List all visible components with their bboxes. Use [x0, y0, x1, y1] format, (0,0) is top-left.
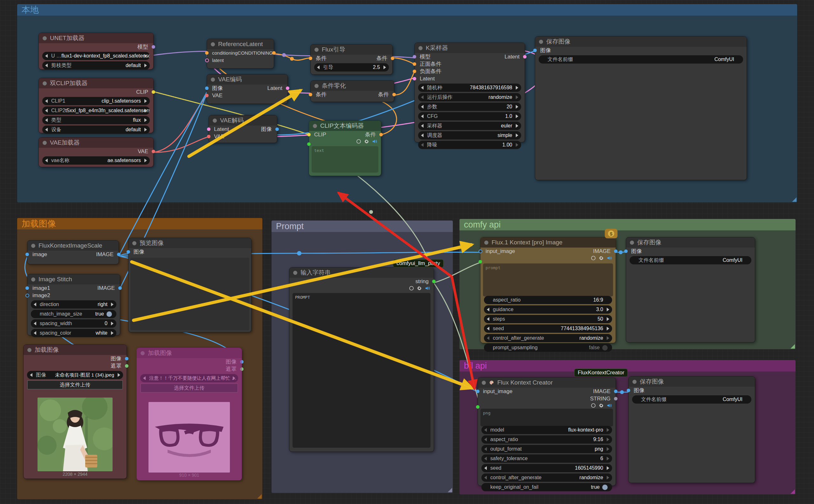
input-image-slot[interactable] [25, 253, 29, 256]
speaker-icon[interactable] [425, 286, 430, 291]
input-latent-slot[interactable] [413, 77, 416, 80]
input-clip-slot[interactable] [307, 133, 311, 136]
widget-output-format[interactable]: output_formatpng [482, 445, 612, 453]
output-image-slot[interactable] [614, 249, 618, 253]
widget-sampler[interactable]: 采样器euler [418, 122, 521, 130]
widget-device[interactable]: 设备default [42, 126, 150, 134]
group-local-header[interactable]: 本地 [17, 4, 797, 16]
node-save-image-comfy-header[interactable]: 保存图像 [626, 237, 755, 248]
widget-seed[interactable]: 随机种784381637916598 [418, 84, 521, 92]
input-model-slot[interactable] [413, 55, 416, 58]
widget-control-after-generate[interactable]: control_after_generaterandomize [482, 473, 612, 482]
node-save-image-local-header[interactable]: 保存图像 [535, 37, 747, 47]
widget-match-image-size[interactable]: match_image_sizetrue [31, 310, 116, 318]
node-save-image-bfl-header[interactable]: 保存图像 [629, 377, 755, 387]
widget-model[interactable]: modelflux-kontext-pro [482, 426, 612, 434]
node-flux1-kontext-pro-header[interactable]: Flux.1 Kontext [pro] Image [481, 237, 616, 248]
widget-filename-prefix[interactable]: 文件名前缀ComfyUI [630, 256, 751, 264]
speaker-icon[interactable] [372, 139, 377, 144]
node-flux-kontext-image-scale-header[interactable]: FluxKontextImageScale [27, 241, 119, 251]
node-input-string-header[interactable]: 输入字符串 [289, 268, 434, 278]
widget-filename-prefix[interactable]: 文件名前缀ComfyUI [632, 395, 751, 404]
input-negative-slot[interactable] [413, 70, 416, 73]
output-image-slot[interactable] [614, 390, 618, 393]
input-conditioning-slot[interactable] [205, 51, 209, 55]
input-cond-slot[interactable] [309, 93, 312, 96]
widget-scheduler[interactable]: 调度器simple [418, 131, 521, 140]
widget-control-icons[interactable] [478, 402, 616, 409]
widget-control-icons[interactable] [481, 255, 616, 261]
input-image-slot[interactable] [627, 389, 630, 392]
input-image1-slot[interactable] [25, 286, 29, 290]
circle-icon[interactable] [591, 255, 596, 261]
node-dualclip-loader-header[interactable]: 双CLIP加载器 [39, 78, 153, 88]
speaker-icon[interactable] [607, 255, 612, 261]
node-vae-loader-header[interactable]: VAE加载器 [39, 138, 153, 148]
widget-prompt-upsampling[interactable]: prompt_upsamplingfalse [484, 344, 612, 352]
widget-filename-prefix[interactable]: 文件名前缀ComfyUI [539, 55, 743, 64]
widget-control-after-generate[interactable]: control_after_generaterandomize [484, 334, 612, 342]
speaker-icon[interactable] [607, 403, 612, 408]
input-image-slot[interactable] [479, 249, 482, 253]
widget-control-icons[interactable] [309, 138, 381, 145]
widget-type[interactable]: 类型flux [42, 116, 150, 124]
input-latent-slot[interactable] [205, 58, 209, 62]
input-positive-slot[interactable] [413, 62, 416, 66]
widget-clip2[interactable]: CLIP2t5xxl_fp8_e4m3fn_scaled.safetensors [42, 106, 150, 115]
input-image-slot[interactable] [533, 49, 537, 52]
output-cond-slot[interactable] [392, 93, 396, 96]
widget-denoise[interactable]: 降噪1.00 [418, 141, 521, 149]
input-image-slot[interactable] [624, 249, 628, 253]
input-prompt-slot[interactable] [479, 260, 482, 263]
group-load-image-header[interactable]: 加载图像 [17, 218, 262, 229]
circle-icon[interactable] [409, 286, 414, 291]
toggle-off[interactable] [602, 345, 608, 351]
prompt-text-area[interactable]: prompt [483, 263, 613, 296]
comfyui-canvas[interactable]: 本地 加载图像 Prompt comfy api bfl api [0, 0, 814, 504]
output-conditioning-slot[interactable] [272, 51, 276, 55]
circle-icon[interactable] [356, 139, 361, 144]
node-flux-guidance-header[interactable]: Flux引导 [311, 44, 392, 55]
node-flux-kontext-creator-header[interactable]: Flux Kontext Creator [478, 378, 616, 388]
output-model-slot[interactable] [152, 45, 155, 49]
widget-control-icons[interactable] [289, 285, 434, 291]
toggle-on[interactable] [106, 311, 112, 317]
gear-icon[interactable] [417, 286, 422, 291]
input-vae-slot[interactable] [207, 135, 210, 138]
node-vae-encode-header[interactable]: VAE编码 [207, 74, 287, 85]
widget-seed[interactable]: seed774413384945136 [484, 324, 612, 333]
output-latent-slot[interactable] [286, 86, 289, 90]
output-image-slot[interactable] [117, 253, 120, 256]
input-image-slot[interactable] [205, 86, 209, 90]
toggle-on[interactable] [602, 485, 608, 490]
widget-seed[interactable]: seed1605145990 [482, 464, 612, 472]
widget-control-after-generate[interactable]: 运行后操作randomize [418, 93, 521, 101]
gear-icon[interactable] [599, 255, 604, 261]
input-cond-slot[interactable] [309, 57, 312, 60]
node-ksampler-header[interactable]: K采样器 [415, 43, 525, 53]
widget-image-file[interactable]: 图像未命名项目-图层 1 (34).jpeg [27, 371, 123, 379]
output-mask-slot[interactable] [125, 364, 128, 368]
widget-steps[interactable]: 步数20 [418, 103, 521, 111]
output-cond-slot[interactable] [379, 133, 383, 136]
node-load-image-1-header[interactable]: 加载图像 [24, 345, 126, 355]
input-prompt-slot[interactable] [476, 405, 480, 409]
input-text-slot[interactable] [307, 142, 311, 146]
upload-file-button[interactable]: 选择文件上传 [27, 380, 123, 389]
widget-direction[interactable]: directionright [31, 300, 116, 309]
input-image-slot[interactable] [126, 250, 130, 254]
widget-spacing-width[interactable]: spacing_width0 [31, 319, 116, 328]
node-clip-text-encode-header[interactable]: CLIP文本编码器 [309, 121, 381, 131]
prompt-text-area[interactable]: png [481, 409, 613, 426]
widget-keep-original-on-fail[interactable]: keep_original_on_failtrue [482, 483, 612, 491]
circle-icon[interactable] [591, 403, 596, 408]
node-conditioning-zero-out-header[interactable]: 条件零化 [311, 81, 394, 91]
node-reference-latent-header[interactable]: ReferenceLatent [207, 39, 274, 49]
output-image-slot[interactable] [275, 127, 279, 131]
node-image-stitch-header[interactable]: Image Stitch [27, 274, 120, 284]
gear-icon[interactable] [364, 139, 369, 144]
group-comfy-api-header[interactable]: comfy api [460, 219, 796, 230]
input-latent-slot[interactable] [207, 127, 210, 131]
widget-guidance[interactable]: guidance3.0 [484, 305, 612, 314]
widget-cfg[interactable]: CFG1.0 [418, 112, 521, 120]
